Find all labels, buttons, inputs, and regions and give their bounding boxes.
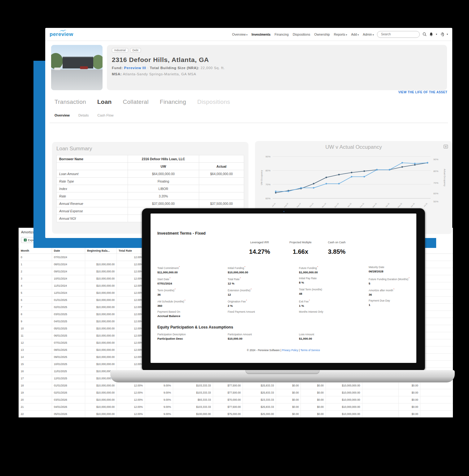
notifications-bell-icon[interactable]: [429, 32, 433, 36]
x-axis-tick: Feb-25: [359, 203, 364, 208]
y-axis-tick-left: 90%: [265, 155, 270, 158]
amort-cell: 12.00%: [116, 389, 145, 396]
pereview-logo[interactable]: pereview: [50, 32, 73, 37]
amort-cell: $25,833.33: [243, 403, 276, 410]
nav-item-reports[interactable]: Reports▾: [334, 33, 347, 36]
field-value: $1,000,000.00: [299, 271, 369, 274]
data-point-marker: [326, 183, 327, 184]
required-asterisk: *: [175, 288, 176, 291]
amort-cell: $10,000,000.00: [326, 382, 362, 389]
fund-link[interactable]: Pereview III: [124, 66, 146, 70]
x-axis-tick: Apr-25: [385, 203, 390, 208]
amort-cell: 17: [19, 375, 52, 382]
field-label: Total Commitment*: [157, 266, 228, 270]
occupancy-chart: 90%80%70%60%90%80%70%60%50%UW OccupancyA…: [259, 150, 448, 217]
chevron-down-icon[interactable]: ▾: [436, 33, 437, 36]
chevron-down-icon[interactable]: ▾: [447, 33, 448, 36]
laptop-screen: Investment Terms - Fixed Leveraged IRR14…: [151, 214, 416, 363]
badge-industrial: Industrial: [112, 48, 128, 52]
amort-cell: $0: [420, 403, 453, 410]
nav-item-ownership[interactable]: Ownership: [314, 33, 330, 36]
data-point-marker: [313, 187, 314, 189]
field-future-funding-duration-months-: Future Funding Duration (Months)*5: [369, 277, 410, 288]
subtab-overview[interactable]: Overview: [55, 113, 70, 117]
subtab-details[interactable]: Details: [78, 113, 89, 117]
subtab-cash-flow[interactable]: Cash Flow: [98, 113, 114, 117]
nav-item-admin[interactable]: Admin▾: [363, 33, 374, 36]
amort-cell: 10/01/2024: [52, 275, 85, 282]
uw-series-line: [276, 163, 427, 193]
amort-cell: 12.00%: [116, 410, 145, 417]
amort-cell: $10,000,000.00: [85, 311, 117, 318]
nav-item-dispositions[interactable]: Dispositions: [293, 33, 310, 36]
loan-field-actual-value: $37,500,000.00: [199, 200, 244, 207]
required-asterisk: *: [240, 277, 241, 280]
loan-field-uw-value: $37,000,000.00: [128, 200, 199, 207]
main-nav-menu: Overview▾InvestmentsFinancingDisposition…: [232, 33, 374, 36]
tab-collateral[interactable]: Collateral: [123, 99, 148, 105]
amort-cell: 18: [19, 382, 52, 389]
tab-dispositions[interactable]: Dispositions: [197, 99, 230, 105]
field-participation-description: Participation DescriptionParticipation D…: [157, 333, 228, 344]
x-axis-tick: Sep-24: [296, 203, 301, 208]
field-total-term-months-: Total Term (months)48: [299, 288, 369, 299]
tab-financing[interactable]: Financing: [160, 99, 186, 105]
field-payment-due-day: Payment Due Day1: [369, 299, 410, 310]
amort-column-header: Date: [52, 248, 85, 253]
field-total-rate: Total Rate*12 %: [228, 277, 299, 288]
privacy-policy-link[interactable]: Privacy Policy: [282, 349, 298, 352]
field-total-commitment: Total Commitment*$11,000,000.00: [157, 266, 228, 277]
composite-canvas: Amortization Schedule Export to Excel Mo…: [0, 0, 469, 476]
laptop-base: [110, 370, 455, 382]
amort-cell: $0.00: [399, 389, 420, 396]
excel-icon: [24, 239, 27, 241]
loan-summary-row: IndexLIBOR: [57, 185, 244, 192]
search-icon[interactable]: [423, 32, 427, 36]
data-point-marker: [363, 176, 365, 178]
divider: [50, 123, 448, 123]
loan-field-uw-value: Floating: [128, 178, 199, 185]
field-participation-amount: Participation Amount$10,000.00: [228, 333, 299, 344]
metric-value: 14.27%: [249, 248, 270, 255]
settings-gear-icon[interactable]: [440, 32, 444, 36]
field-value: 36: [157, 293, 228, 296]
terms-of-service-link[interactable]: Terms of Service: [300, 349, 320, 352]
page-title: 2316 Defoor Hills, Atlanta, GA: [112, 56, 442, 64]
amort-column-header: Total Rate: [116, 248, 145, 253]
field-label: Fixed Payment Amount: [228, 310, 299, 313]
view-life-of-asset-link[interactable]: VIEW THE LIFE OF THE ASSET: [398, 90, 447, 94]
search-input[interactable]: [380, 32, 416, 36]
amort-cell: 9.00%: [145, 396, 173, 403]
amort-cell: [420, 296, 453, 303]
amort-cell: 7: [19, 303, 52, 311]
amort-cell: $10,000,000.00: [85, 410, 117, 417]
amort-cell: 12.00%: [116, 303, 145, 311]
nav-item-overview[interactable]: Overview▾: [232, 33, 248, 36]
field-amortize-after-month: Amortize after month*36: [369, 288, 410, 299]
amort-cell: $10,000,000.00: [85, 396, 117, 403]
amort-cell: $0.00: [301, 396, 326, 403]
nav-item-add[interactable]: Add▾: [351, 33, 359, 36]
field-label: Initial Funding*: [228, 266, 299, 270]
nav-item-financing[interactable]: Financing: [274, 33, 289, 36]
loan-field-label: Rate Type: [57, 178, 128, 185]
search-box[interactable]: [377, 31, 420, 38]
amort-column-header: [420, 248, 453, 253]
tab-transaction[interactable]: Transaction: [55, 99, 86, 105]
amort-cell: [420, 318, 453, 325]
tab-loan[interactable]: Loan: [97, 99, 112, 105]
amort-cell: 04/01/2025: [52, 318, 85, 325]
amort-cell: 12: [19, 339, 52, 346]
nav-item-investments[interactable]: Investments: [252, 33, 270, 36]
amort-cell: $10,000,000.00: [326, 403, 362, 410]
required-asterisk: *: [179, 266, 180, 268]
amort-cell: 12.00%: [116, 346, 145, 353]
amort-cell: 02/01/2025: [52, 303, 85, 311]
chart-menu-icon[interactable]: ≡: [444, 145, 448, 148]
amort-cell: $10,000,000.00: [85, 332, 117, 339]
logo-bird-icon: [59, 29, 67, 33]
photo-tree: [51, 53, 63, 69]
amort-cell: $10,000,000.00: [85, 339, 117, 346]
amort-cell: 12.00%: [116, 268, 145, 275]
required-asterisk: *: [169, 277, 170, 280]
